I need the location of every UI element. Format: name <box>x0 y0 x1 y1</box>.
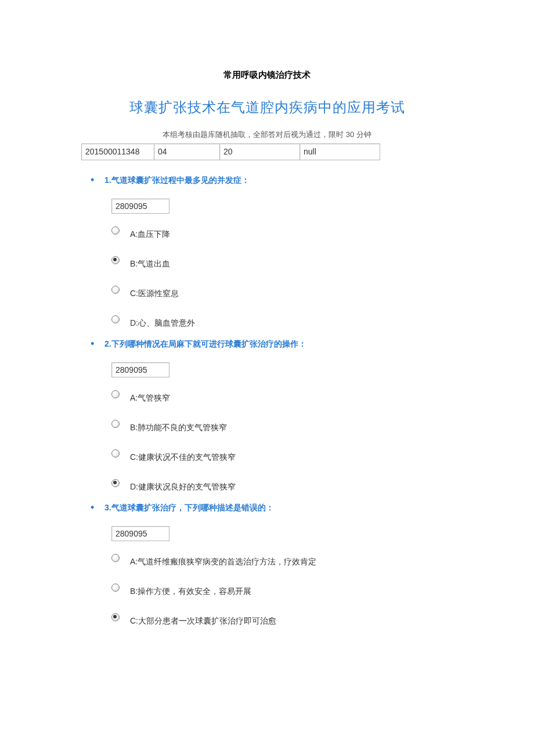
info-field-3[interactable]: 20 <box>219 143 300 160</box>
option-label: D:心、脑血管意外 <box>130 314 195 329</box>
option-label: A:血压下降 <box>130 225 170 240</box>
option-label: B:气道出血 <box>130 255 170 269</box>
question-1: 1.气道球囊扩张过程中最多见的并发症： 2809095 A:血压下降 B:气道出… <box>91 175 453 329</box>
option-label: B:操作方便，有效安全，容易开展 <box>130 582 251 597</box>
info-field-1[interactable]: 201500011348 <box>81 143 154 160</box>
question-2-option-b[interactable]: B:肺功能不良的支气管狭窄 <box>111 419 453 433</box>
radio-icon[interactable] <box>111 613 120 621</box>
radio-icon[interactable] <box>111 479 120 487</box>
radio-icon[interactable] <box>111 286 120 294</box>
radio-icon[interactable] <box>111 256 120 264</box>
main-title: 球囊扩张技术在气道腔内疾病中的应用考试 <box>81 98 453 117</box>
doc-title: 常用呼吸内镜治疗技术 <box>81 70 453 81</box>
option-label: C:大部分患者一次球囊扩张治疗即可治愈 <box>130 612 276 627</box>
question-2: 2.下列哪种情况在局麻下就可进行球囊扩张治疗的操作： 2809095 A:气管狭… <box>91 339 453 492</box>
info-row: 201500011348 04 20 null <box>81 143 453 160</box>
option-label: C:医源性窒息 <box>130 285 179 299</box>
question-1-option-d[interactable]: D:心、脑血管意外 <box>111 314 453 329</box>
radio-icon[interactable] <box>111 420 120 428</box>
question-2-id[interactable]: 2809095 <box>111 362 169 377</box>
question-3-text: 3.气道球囊扩张治疗，下列哪种描述是错误的： <box>104 503 453 513</box>
radio-icon[interactable] <box>111 554 120 562</box>
question-list: 1.气道球囊扩张过程中最多见的并发症： 2809095 A:血压下降 B:气道出… <box>91 175 453 627</box>
question-3-option-b[interactable]: B:操作方便，有效安全，容易开展 <box>111 582 453 597</box>
question-3-body: 2809095 A:气道纤维瘢痕狭窄病变的首选治疗方法，疗效肯定 B:操作方便，… <box>111 526 453 627</box>
question-2-option-c[interactable]: C:健康状况不佳的支气管狭窄 <box>111 448 453 463</box>
question-2-body: 2809095 A:气管狭窄 B:肺功能不良的支气管狭窄 C:健康状况不佳的支气… <box>111 362 453 492</box>
option-label: B:肺功能不良的支气管狭窄 <box>130 419 227 433</box>
question-3: 3.气道球囊扩张治疗，下列哪种描述是错误的： 2809095 A:气道纤维瘢痕狭… <box>91 503 453 627</box>
question-1-option-a[interactable]: A:血压下降 <box>111 225 453 240</box>
option-label: D:健康状况良好的支气管狭窄 <box>130 478 236 492</box>
radio-icon[interactable] <box>111 226 120 235</box>
option-label: A:气道纤维瘢痕狭窄病变的首选治疗方法，疗效肯定 <box>130 553 316 567</box>
question-3-option-a[interactable]: A:气道纤维瘢痕狭窄病变的首选治疗方法，疗效肯定 <box>111 553 453 567</box>
question-1-id[interactable]: 2809095 <box>111 199 169 214</box>
radio-icon[interactable] <box>111 449 120 458</box>
question-2-option-a[interactable]: A:气管狭窄 <box>111 389 453 404</box>
question-3-option-c[interactable]: C:大部分患者一次球囊扩张治疗即可治愈 <box>111 612 453 627</box>
info-field-2[interactable]: 04 <box>154 143 219 160</box>
question-1-text: 1.气道球囊扩张过程中最多见的并发症： <box>104 175 453 186</box>
radio-icon[interactable] <box>111 390 120 398</box>
subtitle: 本组考核由题库随机抽取，全部答对后视为通过，限时 30 分钟 <box>81 129 453 140</box>
page-root: 常用呼吸内镜治疗技术 球囊扩张技术在气道腔内疾病中的应用考试 本组考核由题库随机… <box>0 0 534 756</box>
question-3-id[interactable]: 2809095 <box>111 526 169 541</box>
option-label: A:气管狭窄 <box>130 389 170 404</box>
question-1-body: 2809095 A:血压下降 B:气道出血 C:医源性窒息 D:心、脑血管意外 <box>111 199 453 329</box>
question-1-option-b[interactable]: B:气道出血 <box>111 255 453 269</box>
question-2-text: 2.下列哪种情况在局麻下就可进行球囊扩张治疗的操作： <box>104 339 453 350</box>
option-label: C:健康状况不佳的支气管狭窄 <box>130 448 236 463</box>
question-2-option-d[interactable]: D:健康状况良好的支气管狭窄 <box>111 478 453 492</box>
question-1-option-c[interactable]: C:医源性窒息 <box>111 285 453 299</box>
radio-icon[interactable] <box>111 315 120 323</box>
radio-icon[interactable] <box>111 584 120 592</box>
info-field-4[interactable]: null <box>300 143 380 160</box>
